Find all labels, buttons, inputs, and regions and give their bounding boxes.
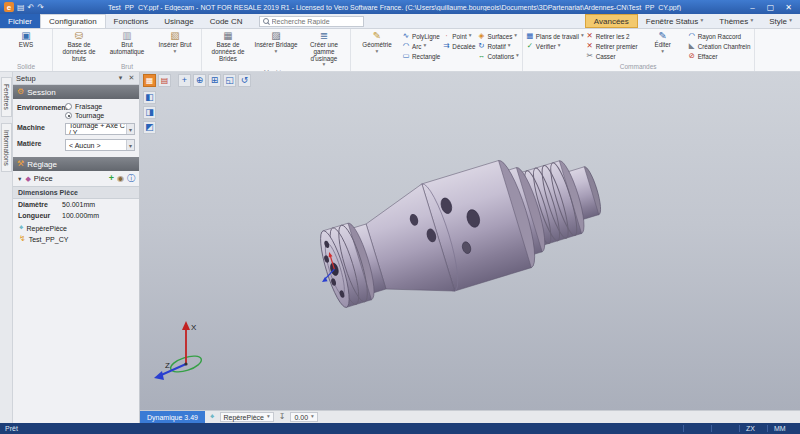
quick-search-box[interactable]	[259, 16, 364, 27]
close-button[interactable]: ✕	[781, 3, 796, 12]
stock-database-button[interactable]: ⛁ Base de données de bruts	[56, 30, 102, 62]
remove-first-button[interactable]: ✕ Retirer premier	[586, 41, 638, 51]
offset-button[interactable]: ⇉ Décalée	[442, 41, 475, 51]
cpl-selector[interactable]: RepèrePièce ▾	[220, 412, 274, 422]
piece-row[interactable]: ▼ ◆ Pièce + ◉ ⓘ	[13, 171, 139, 186]
ribbon-group-geometrie: ✎ Géométrie ▾ ∿ PolyLigne ◠ Arc ▾ ▭ Rect…	[351, 29, 523, 71]
rectangle-button[interactable]: ▭ Rectangle	[402, 51, 440, 61]
stock-display-icon[interactable]: ▤	[158, 74, 171, 87]
edit-button[interactable]: ✎ Éditer ▾	[640, 30, 686, 62]
polyline-button[interactable]: ∿ PolyLigne	[402, 31, 440, 41]
find-icon[interactable]: ◉	[117, 175, 124, 183]
radio-label: Fraisage	[75, 103, 102, 110]
add-icon[interactable]: +	[109, 174, 114, 183]
tree-item-test-pp-cy[interactable]: ↯ Test_PP_CY	[19, 235, 133, 243]
chevron-down-icon[interactable]: ▾	[126, 140, 134, 150]
tab-avancees[interactable]: Avancées	[585, 14, 638, 28]
machine-value: Tournage + Axe C / Y	[69, 123, 126, 135]
radio-fraisage[interactable]: Fraisage	[65, 103, 104, 110]
tab-configuration[interactable]: Configuration	[40, 14, 106, 28]
fillet-icon: ◠	[688, 32, 696, 40]
radio-icon[interactable]	[65, 103, 72, 110]
break-button[interactable]: ✂ Casser	[586, 51, 638, 61]
tab-themes[interactable]: Thèmes ▾	[711, 14, 761, 28]
tab-style[interactable]: Style ▾	[761, 14, 800, 28]
insert-stock-button[interactable]: ▧ Insérer Brut ▾	[152, 30, 198, 62]
auto-stock-button[interactable]: ▥ Brut automatique	[104, 30, 150, 62]
zoom-extents-icon[interactable]: ◱	[223, 74, 236, 87]
side-tab-informations[interactable]: Informations	[1, 123, 12, 173]
geometrie-button[interactable]: ✎ Géométrie ▾	[354, 30, 400, 62]
cotations-button[interactable]: ↔ Cotations ▾	[477, 51, 518, 61]
erase-button[interactable]: ⊘ Effacer	[688, 51, 751, 61]
view-iso-icon[interactable]: ◨	[143, 106, 156, 119]
graphics-area[interactable]: X Z ▦ ▤ + ⊕ ⊞ ◱ ↺ ◧ ◨ ◩	[140, 72, 800, 410]
button-label: Effacer	[698, 53, 718, 60]
point-button[interactable]: ∙ Point ▾	[442, 31, 475, 41]
side-tab-fenetres[interactable]: Fenêtres	[1, 77, 12, 117]
view-mode-indicator[interactable]: Dynamique 3.49	[140, 411, 205, 423]
machine-select[interactable]: Tournage + Axe C / Y ▾	[65, 123, 135, 135]
chevron-down-icon: ▾	[376, 49, 379, 55]
tab-usinage[interactable]: Usinage	[156, 14, 201, 28]
minimize-button[interactable]: –	[745, 3, 760, 12]
ribbon-group-brut: ⛁ Base de données de bruts ▥ Brut automa…	[53, 29, 202, 71]
viewport-statusbar: Dynamique 3.49 ⌖ RepèrePièce ▾ ↧ 0.00 ▾	[140, 410, 800, 423]
view-top-icon[interactable]: ◧	[143, 91, 156, 104]
verify-button[interactable]: ✓ Vérifier ▾	[526, 41, 584, 51]
statusbar-right: ZX MM	[683, 425, 795, 432]
insert-fixture-button[interactable]: ▨ Insérer Bridage ▾	[253, 30, 299, 68]
arc-button[interactable]: ◠ Arc ▾	[402, 41, 440, 51]
fixture-database-button[interactable]: ▦ Base de données de Brides	[205, 30, 251, 68]
zoom-in-icon[interactable]: ⊕	[193, 74, 206, 87]
close-icon[interactable]: ✕	[127, 74, 136, 82]
session-section-header[interactable]: ⚙ Session	[13, 85, 139, 99]
view-front-icon[interactable]: ◩	[143, 121, 156, 134]
material-select[interactable]: < Aucun > ▾	[65, 139, 135, 151]
fillet-button[interactable]: ◠ Rayon Raccord	[688, 31, 751, 41]
chamfer-button[interactable]: ◣ Création Chanfrein	[688, 41, 751, 51]
dimension-icon: ↔	[477, 52, 485, 60]
diametre-row: Diamètre 50.001mm	[13, 199, 139, 210]
ribbon-stack: ∿ PolyLigne ◠ Arc ▾ ▭ Rectangle	[402, 30, 440, 62]
pin-icon[interactable]: ▾	[116, 74, 125, 82]
info-icon[interactable]: ⓘ	[127, 175, 135, 183]
zoom-window-icon[interactable]: ⊞	[208, 74, 221, 87]
chevron-down-icon[interactable]: ▼	[17, 176, 22, 182]
undo-icon[interactable]: ↶	[28, 3, 35, 12]
view-preset-toolbar: ◧ ◨ ◩	[143, 91, 156, 134]
tab-fichier[interactable]: Fichier	[0, 14, 40, 28]
z-level-selector[interactable]: 0.00 ▾	[290, 412, 317, 422]
part-model[interactable]	[140, 72, 800, 410]
workplanes-button[interactable]: ▦ Plans de travail ▾	[526, 31, 584, 41]
redo-icon[interactable]: ↷	[37, 3, 44, 12]
create-machining-sequence-button[interactable]: ≣ Créer une gamme d'usinage ▾	[301, 30, 347, 68]
tab-fonctions[interactable]: Fonctions	[106, 14, 157, 28]
z-level-value: 0.00	[294, 414, 308, 421]
save-icon[interactable]: ▤	[17, 3, 25, 12]
maximize-button[interactable]: ▢	[763, 3, 778, 12]
radio-tournage[interactable]: Tournage	[65, 112, 104, 119]
chevron-down-icon[interactable]: ▾	[126, 124, 134, 134]
button-label: Décalée	[452, 43, 475, 50]
setup-panel: Setup ▾ ✕ ⚙ Session Environnement Fraisa…	[13, 72, 140, 423]
rotate-icon: ↻	[477, 42, 485, 50]
pan-icon[interactable]: +	[178, 74, 191, 87]
radio-icon[interactable]	[65, 112, 72, 119]
ews-button[interactable]: ▣ EWS	[3, 30, 49, 62]
search-input[interactable]	[272, 18, 360, 25]
remove-both-button[interactable]: ✕ Retirer les 2	[586, 31, 638, 41]
rotatif-button[interactable]: ↻ Rotatif ▾	[477, 41, 518, 51]
tab-label: Style	[769, 17, 787, 26]
reglage-section-header[interactable]: ⚒ Réglage	[13, 157, 139, 171]
surfaces-button[interactable]: ◈ Surfaces ▾	[477, 31, 518, 41]
button-label: Vérifier	[536, 43, 556, 50]
part-geometry[interactable]	[303, 136, 613, 328]
app-icon[interactable]: e	[4, 2, 14, 12]
chevron-down-icon: ▾	[516, 53, 519, 59]
tab-code-cn[interactable]: Code CN	[202, 14, 251, 28]
tab-fenetre-status[interactable]: Fenêtre Status ▾	[638, 14, 711, 28]
orbit-icon[interactable]: ↺	[238, 74, 251, 87]
simulate-icon[interactable]: ▦	[143, 74, 156, 87]
tree-item-repere-piece[interactable]: ⌖ RepèrePièce	[19, 224, 133, 232]
